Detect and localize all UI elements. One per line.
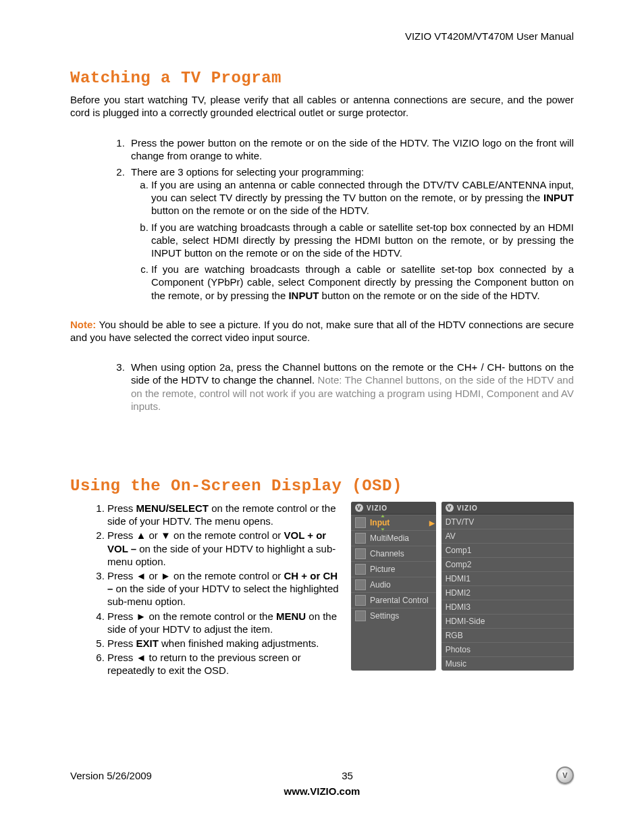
steps-list-1: Press the power button on the remote or … <box>70 136 574 302</box>
vizio-logo-icon: V <box>355 504 363 512</box>
osd-label: Comp1 <box>446 546 472 555</box>
note-label: Note: <box>70 319 96 330</box>
osd-label: Channels <box>370 549 404 558</box>
t: when finished making adjustments. <box>159 637 319 649</box>
page-footer: Version 5/26/2009 35 V www.VIZIO.com <box>70 766 574 797</box>
osd-step-6: Press ◄ to return to the previous screen… <box>107 651 343 677</box>
step-3: When using option 2a, press the Channel … <box>128 361 574 413</box>
t: Press <box>107 502 136 514</box>
t: MENU/SELECT <box>136 502 209 514</box>
t: on the side of your HDTV to highlight a … <box>107 543 336 567</box>
t: Press <box>107 637 136 649</box>
footer-version: Version 5/26/2009 <box>70 770 152 781</box>
multimedia-icon <box>355 533 366 544</box>
osd-label: HDMI-Side <box>446 617 485 626</box>
t: Press ◄ or ► on the remote control or <box>107 570 284 581</box>
osd-label: MultiMedia <box>370 533 409 543</box>
osd-sub-hdmiside: HDMI-Side <box>441 614 574 628</box>
osd-step-2: Press ▲ or ▼ on the remote control or VO… <box>107 529 343 568</box>
osd-sub-dtvtv: DTV/TV <box>441 515 574 529</box>
step-2c: If you are watching broadcasts through a… <box>151 263 574 302</box>
osd-label: Settings <box>370 611 399 621</box>
input-icon <box>355 517 366 528</box>
audio-icon <box>355 579 366 590</box>
vizio-logo-icon: V <box>446 504 454 512</box>
osd-brand-text: VIZIO <box>457 504 478 512</box>
step-2a-pre: If you are using an antenna or cable con… <box>151 179 574 203</box>
step-2a-bold: INPUT <box>543 192 574 203</box>
osd-brand-header-2: V VIZIO <box>441 502 574 515</box>
osd-label: AV <box>446 531 456 541</box>
step-2b: If you are watching broadcasts through a… <box>151 221 574 260</box>
step-2c-bold: INPUT <box>288 290 319 301</box>
osd-label: HDMI2 <box>446 588 471 598</box>
osd-item-input: Input ▶ <box>351 515 436 530</box>
osd-item-parental: Parental Control <box>351 592 436 608</box>
osd-label: HDMI3 <box>446 602 471 612</box>
osd-step-5: Press EXIT when finished making adjustme… <box>107 637 343 650</box>
osd-label: HDMI1 <box>446 574 471 583</box>
picture-icon <box>355 564 366 575</box>
osd-steps: Press MENU/SELECT on the remote control … <box>70 502 343 677</box>
step-2: There are 3 options for selecting your p… <box>128 165 574 302</box>
note-text: You should be able to see a picture. If … <box>70 319 574 343</box>
osd-sub-photos: Photos <box>441 642 574 656</box>
osd-sub-hdmi1: HDMI1 <box>441 571 574 585</box>
parental-icon <box>355 595 366 606</box>
settings-icon <box>355 610 366 621</box>
osd-item-multimedia: MultiMedia <box>351 530 436 546</box>
osd-label: Picture <box>370 565 395 574</box>
note-paragraph: Note: You should be able to see a pictur… <box>70 319 574 344</box>
osd-label: DTV/TV <box>446 517 475 527</box>
osd-item-channels: Channels <box>351 546 436 561</box>
heading-osd: Using the On-Screen Display (OSD) <box>70 477 574 495</box>
osd-brand-header: V VIZIO <box>351 502 436 515</box>
osd-item-audio: Audio <box>351 577 436 592</box>
intro-paragraph: Before you start watching TV, please ver… <box>70 94 574 120</box>
osd-label: RGB <box>446 631 463 640</box>
step-1: Press the power button on the remote or … <box>128 136 574 162</box>
osd-step-1: Press MENU/SELECT on the remote control … <box>107 502 343 527</box>
osd-main-menu: V VIZIO ▲ Input ▶ ▼ MultiMedia Channels … <box>351 502 436 671</box>
t: Press ▲ or ▼ on the remote control or <box>107 529 284 541</box>
osd-sub-av: AV <box>441 529 574 543</box>
osd-label: Parental Control <box>370 596 429 605</box>
t: EXIT <box>136 637 159 649</box>
osd-label: Audio <box>370 580 391 590</box>
osd-brand-text: VIZIO <box>367 504 387 512</box>
step-2a: If you are using an antenna or cable con… <box>151 178 574 217</box>
header-product-line: VIZIO VT420M/VT470M User Manual <box>70 30 574 42</box>
step-2-sublist: If you are using an antenna or cable con… <box>131 178 574 302</box>
osd-label: Input <box>370 518 390 527</box>
osd-label: Photos <box>446 645 471 654</box>
t: Press ► on the remote control or the <box>107 610 276 622</box>
osd-label: Comp2 <box>446 560 472 569</box>
channels-icon <box>355 548 366 559</box>
step-2a-post: button on the remote or on the side of t… <box>151 205 369 216</box>
osd-item-settings: Settings <box>351 608 436 623</box>
osd-label: Music <box>446 659 466 669</box>
step-2c-post: button on the remote or on the side of t… <box>319 290 539 301</box>
footer-url: www.VIZIO.com <box>70 785 574 797</box>
osd-step-3: Press ◄ or ► on the remote control or CH… <box>107 569 343 608</box>
vizio-footer-logo-icon: V <box>556 766 574 784</box>
osd-step-4: Press ► on the remote control or the MEN… <box>107 610 343 635</box>
footer-page-number: 35 <box>342 770 353 781</box>
step-2-text: There are 3 options for selecting your p… <box>131 166 364 178</box>
osd-sub-hdmi3: HDMI3 <box>441 600 574 614</box>
osd-item-picture: Picture <box>351 561 436 577</box>
heading-watching-tv: Watching a TV Program <box>70 69 574 87</box>
osd-sub-comp2: Comp2 <box>441 557 574 571</box>
steps-list-1b: When using option 2a, press the Channel … <box>70 361 574 413</box>
t: MENU <box>276 610 306 622</box>
osd-figure: V VIZIO ▲ Input ▶ ▼ MultiMedia Channels … <box>351 502 574 671</box>
osd-sub-comp1: Comp1 <box>441 543 574 557</box>
osd-sub-rgb: RGB <box>441 628 574 642</box>
t: on the side of your HDTV to select the h… <box>107 583 339 607</box>
osd-input-submenu: V VIZIO DTV/TV AV Comp1 Comp2 HDMI1 HDMI… <box>441 502 574 671</box>
osd-sub-hdmi2: HDMI2 <box>441 585 574 600</box>
caret-right-icon: ▶ <box>429 519 435 527</box>
osd-sub-music: Music <box>441 656 574 671</box>
